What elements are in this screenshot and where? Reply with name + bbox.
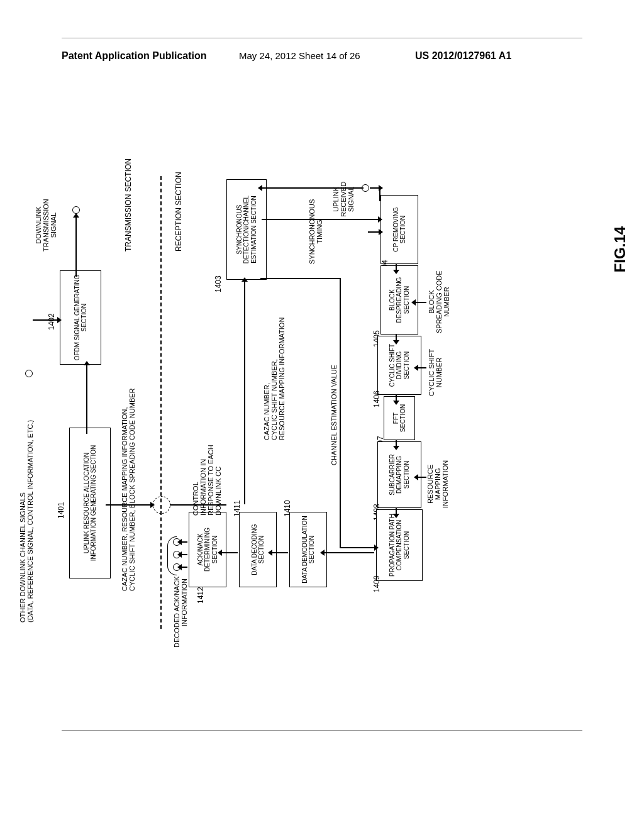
header-center: May 24, 2012 Sheet 14 of 26 <box>239 50 360 61</box>
conn-ack2 <box>181 554 187 555</box>
label-cazac-line: CAZAC NUMBER, RESOURCE MAPPING INFORMATI… <box>121 388 136 591</box>
block-1402: OFDM SIGNAL GENERATING SECTION <box>60 270 101 365</box>
conn-ack3 <box>181 541 187 543</box>
block-1404-text: CP REMOVING SECTION <box>392 198 407 261</box>
conn-1401-1402 <box>86 365 87 434</box>
conn-uplink-node <box>362 187 364 189</box>
conn-ack1 <box>181 567 187 568</box>
conn-bus-1403 <box>244 281 245 504</box>
conn-1410-1411 <box>272 552 288 553</box>
block-1412-text: ACK/NACK DETERMINING SECTION <box>197 515 219 584</box>
block-1405-text: BLOCK DESPREADING SECTION <box>389 268 411 331</box>
block-1408-text: SUBCARRIER DEMAPPING SECTION <box>389 445 411 505</box>
section-divider <box>160 176 162 629</box>
ref-1409: 1409 <box>372 575 381 592</box>
acknack-bracket <box>167 536 177 575</box>
conn-in-1404a <box>370 187 379 189</box>
block-1406-text: CYCLIC SHIFT DIVIDING SECTION <box>389 339 411 392</box>
block-1402-text: OFDM SIGNAL GENERATING SECTION <box>74 274 88 362</box>
figure-label: FIG.14 <box>611 226 629 272</box>
ref-1402: 1402 <box>47 313 56 330</box>
conn-1406-1407 <box>396 395 397 401</box>
header-right: US 2012/0127961 A1 <box>415 50 511 62</box>
conn-chanest-1409 <box>340 547 375 548</box>
label-sync-timing: SYNCHRONONOUS TIMING <box>308 199 323 264</box>
ref-1411: 1411 <box>233 500 242 517</box>
conn-blkspr-1405 <box>415 302 426 303</box>
conn-1402-out <box>75 217 77 277</box>
ref-1406: 1406 <box>372 390 381 407</box>
block-1407: FFT SECTION <box>384 396 415 440</box>
block-1409-text: PROPAGATION PATH COMPENSATION SECTION <box>389 512 411 578</box>
label-block-spreading: BLOCK SPREADING CODE NUMBER <box>428 270 450 333</box>
block-1409: PROPAGATION PATH COMPENSATION SECTION <box>376 509 423 581</box>
conn-1401-down <box>106 504 151 506</box>
block-1403-text: SYNCHRONOUS DETECTION/CHANNEL ESTIMATION… <box>236 182 258 277</box>
block-1411-text: DATA DECODING SECTION <box>251 515 265 584</box>
block-1404: CP REMOVING SECTION <box>380 195 418 264</box>
block-1401: UPLINK RESOURCE ALLOCATION INFORMATION G… <box>69 428 111 578</box>
label-decoded-acknack: DECODED ACK/NACK INFORMATION <box>173 578 188 648</box>
conn-otherdl-1402 <box>33 319 58 321</box>
label-cyclic-shift: CYCLIC SHIFT NUMBER <box>428 349 443 396</box>
ref-1401: 1401 <box>57 502 65 519</box>
header-left: Patent Application Publication <box>62 50 207 62</box>
label-other-downlink: OTHER DOWNLINK CHANNEL SIGNALS (DATA, RE… <box>19 420 34 622</box>
conn-in-1404b <box>379 189 380 201</box>
label-cazac-cyc-res: CAZAC NUMBER, CYCLIC SHIFT NUMBER, RESOU… <box>263 318 286 440</box>
conn-1401-bus-v <box>170 504 226 506</box>
port-other-downlink <box>25 370 33 377</box>
block-diagram: OTHER DOWNLINK CHANNEL SIGNALS (DATA, RE… <box>13 176 604 629</box>
ref-1412: 1412 <box>196 587 205 604</box>
label-downlink-tx: DOWNLINK TRANSMISSION SIGNAL <box>35 199 57 252</box>
block-1407-text: FFT SECTION <box>392 399 407 437</box>
conn-in-1404c <box>368 231 379 233</box>
conn-1408-1409 <box>396 508 397 514</box>
dashed-passthrough-circle <box>153 496 170 514</box>
conn-1405-1406 <box>396 335 397 341</box>
block-1403: SYNCHRONOUS DETECTION/CHANNEL ESTIMATION… <box>226 179 267 280</box>
label-channel-est: CHANNEL ESTIMATION VALUE <box>330 365 338 465</box>
conn-cycshift-1406 <box>418 367 426 368</box>
conn-resmap-1408 <box>418 477 426 478</box>
conn-1403-1404 <box>262 219 379 220</box>
label-reception-section: RECEPTION SECTION <box>175 172 183 252</box>
conn-1409-1410 <box>324 552 374 553</box>
label-resource-map: RESOURCE MAPPING INFORMATION <box>426 460 449 508</box>
ref-1410: 1410 <box>283 500 292 517</box>
conn-1411-1412 <box>221 552 238 553</box>
conn-uplink-1403 <box>262 187 362 189</box>
conn-chanest-h <box>340 278 341 548</box>
conn-1404-1405 <box>396 264 397 270</box>
page: Patent Application Publication May 24, 2… <box>0 0 644 830</box>
conn-chanest-v <box>260 278 341 279</box>
block-1401-text: UPLINK RESOURCE ALLOCATION INFORMATION G… <box>83 431 97 575</box>
conn-1407-1408 <box>396 440 397 446</box>
ref-1403: 1403 <box>214 275 223 292</box>
block-1410-text: DATA DEMODULATION SECTION <box>301 515 316 584</box>
label-transmission-section: TRANSMISSION SECTION <box>125 158 133 252</box>
